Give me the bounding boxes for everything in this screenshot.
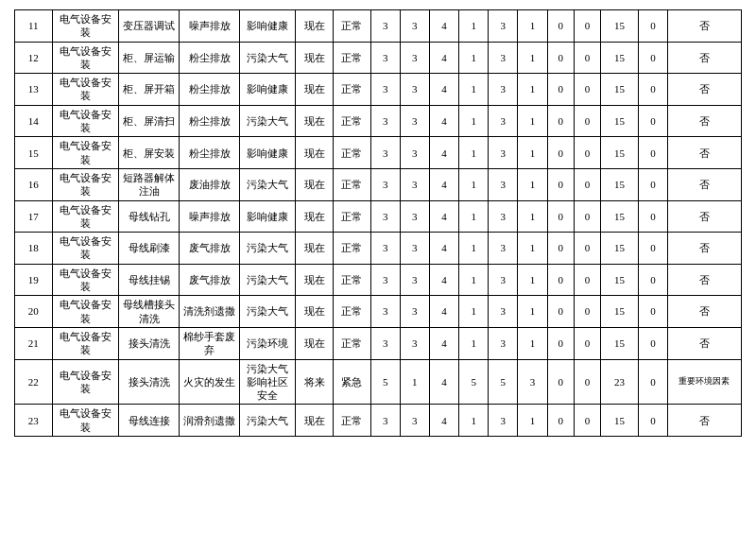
row-s8: 0: [574, 74, 600, 106]
row-activity: 柜、屏清扫: [119, 105, 180, 137]
row-s6: 1: [518, 74, 547, 106]
row-s6: 1: [518, 233, 547, 265]
row-env-factor: 粉尘排放: [180, 42, 240, 74]
row-s8: 0: [574, 10, 600, 43]
row-zero: 0: [638, 327, 667, 359]
row-impact: 污染大气影响社区安全: [239, 359, 295, 405]
row-score: 15: [601, 327, 639, 359]
row-remark: 否: [667, 327, 741, 359]
row-time: 现在: [296, 264, 334, 296]
row-remark: 否: [667, 168, 741, 200]
row-remark: 否: [667, 200, 741, 233]
row-remark: 否: [667, 10, 741, 43]
row-activity: 变压器调试: [119, 10, 180, 43]
row-s6: 1: [518, 42, 547, 74]
row-s4: 1: [459, 200, 489, 233]
row-s7: 0: [547, 105, 574, 137]
row-s5: 3: [489, 233, 518, 265]
row-s5: 3: [489, 296, 518, 328]
row-env-factor: 废气排放: [180, 264, 240, 296]
row-s2: 3: [400, 327, 429, 359]
row-remark: 重要环境因素: [667, 359, 741, 405]
row-s2: 3: [400, 296, 429, 328]
row-score: 15: [601, 200, 639, 233]
row-impact: 污染大气: [239, 264, 295, 296]
row-zero: 0: [638, 105, 667, 137]
row-s5: 3: [489, 10, 518, 43]
row-s2: 3: [400, 233, 429, 265]
row-s6: 1: [518, 10, 547, 43]
row-s3: 4: [429, 296, 458, 328]
row-s7: 0: [547, 327, 574, 359]
row-s2: 3: [400, 105, 429, 137]
row-level: 正常: [333, 296, 370, 328]
row-s5: 3: [489, 42, 518, 74]
row-level: 正常: [333, 10, 370, 43]
row-s4: 1: [459, 405, 489, 437]
row-dept: 电气设备安装: [52, 359, 119, 405]
row-env-factor: 粉尘排放: [180, 137, 240, 169]
row-num: 20: [15, 296, 53, 328]
row-num: 19: [15, 264, 53, 296]
row-s1: 3: [370, 200, 400, 233]
row-s3: 4: [429, 233, 458, 265]
row-s5: 3: [489, 405, 518, 437]
row-score: 15: [601, 10, 639, 43]
row-num: 14: [15, 105, 53, 137]
row-s4: 1: [459, 42, 489, 74]
row-s3: 4: [429, 74, 458, 106]
row-time: 将来: [296, 359, 334, 405]
row-impact: 污染大气: [239, 405, 295, 437]
row-s3: 4: [429, 10, 458, 43]
row-zero: 0: [638, 264, 667, 296]
row-activity: 母线刷漆: [119, 233, 180, 265]
row-s6: 1: [518, 405, 547, 437]
row-score: 15: [601, 105, 639, 137]
row-s4: 1: [459, 264, 489, 296]
row-s1: 3: [370, 327, 400, 359]
row-s6: 1: [518, 168, 547, 200]
row-s7: 0: [547, 405, 574, 437]
row-s7: 0: [547, 359, 574, 405]
row-s7: 0: [547, 200, 574, 233]
row-s8: 0: [574, 168, 600, 200]
row-env-factor: 噪声排放: [180, 200, 240, 233]
row-s8: 0: [574, 233, 600, 265]
row-time: 现在: [296, 105, 334, 137]
table-row: 20电气设备安装母线槽接头清洗清洗剂遗撒污染大气现在正常33413100150否: [15, 296, 742, 328]
row-s8: 0: [574, 296, 600, 328]
row-activity: 柜、屏运输: [119, 42, 180, 74]
row-s1: 3: [370, 296, 400, 328]
row-time: 现在: [296, 74, 334, 106]
row-activity: 母线钻孔: [119, 200, 180, 233]
row-activity: 母线挂锡: [119, 264, 180, 296]
row-s8: 0: [574, 105, 600, 137]
row-env-factor: 润滑剂遗撒: [180, 405, 240, 437]
row-num: 17: [15, 200, 53, 233]
main-table: 11电气设备安装变压器调试噪声排放影响健康现在正常33413100150否12电…: [14, 9, 742, 437]
row-num: 12: [15, 42, 53, 74]
row-s3: 4: [429, 168, 458, 200]
row-s8: 0: [574, 405, 600, 437]
row-env-factor: 火灾的发生: [180, 359, 240, 405]
row-env-factor: 废气排放: [180, 233, 240, 265]
row-time: 现在: [296, 42, 334, 74]
row-s2: 3: [400, 264, 429, 296]
row-s4: 1: [459, 296, 489, 328]
row-env-factor: 废油排放: [180, 168, 240, 200]
row-s4: 1: [459, 105, 489, 137]
row-s2: 3: [400, 74, 429, 106]
row-s7: 0: [547, 296, 574, 328]
row-zero: 0: [638, 10, 667, 43]
row-s6: 1: [518, 264, 547, 296]
row-level: 正常: [333, 327, 370, 359]
row-zero: 0: [638, 233, 667, 265]
row-s7: 0: [547, 42, 574, 74]
table-row: 19电气设备安装母线挂锡废气排放污染大气现在正常33413100150否: [15, 264, 742, 296]
table-row: 17电气设备安装母线钻孔噪声排放影响健康现在正常33413100150否: [15, 200, 742, 233]
row-s8: 0: [574, 327, 600, 359]
row-s2: 3: [400, 405, 429, 437]
row-impact: 污染大气: [239, 296, 295, 328]
row-s5: 3: [489, 327, 518, 359]
row-s5: 3: [489, 74, 518, 106]
